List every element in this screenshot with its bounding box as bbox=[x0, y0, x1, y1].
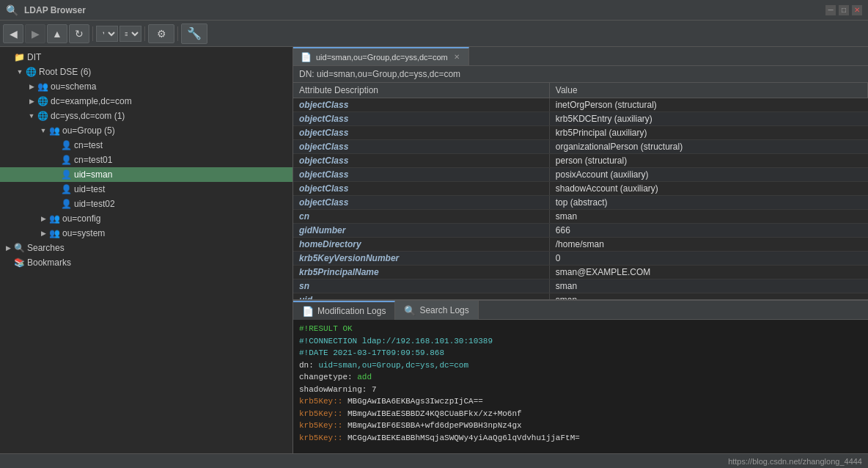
tree-arrow: ▶ bbox=[26, 98, 37, 105]
log-line: krb5Key:: MCGgAwIBEKEaBBhMSqjaSWQWy4yiAa… bbox=[299, 432, 862, 445]
table-row[interactable]: objectClass krb5Principal (auxiliary) bbox=[293, 126, 868, 140]
tree-item-uidsman[interactable]: 👤 uid=sman bbox=[0, 167, 293, 182]
toolbar-large-btn[interactable]: 🔧 bbox=[181, 23, 207, 44]
table-row[interactable]: objectClass krb5KDCEntry (auxiliary) bbox=[293, 112, 868, 126]
tree-item-schema[interactable]: ▶ 👥 ou=schema bbox=[0, 79, 293, 94]
tree-item-cntest[interactable]: 👤 cn=test bbox=[0, 138, 293, 153]
tree-item-dcyss[interactable]: ▼ 🌐 dc=yss,dc=com (1) bbox=[0, 109, 293, 123]
log-tab-mod-logs[interactable]: 📄 Modification Logs bbox=[293, 301, 395, 320]
table-row[interactable]: krb5KeyVersionNumber 0 bbox=[293, 252, 868, 266]
toolbar-combo-2[interactable]: ≡ bbox=[119, 26, 141, 42]
attr-value: /home/sman bbox=[549, 238, 867, 252]
table-row[interactable]: gidNumber 666 bbox=[293, 224, 868, 238]
log-dn-value: uid=sman,ou=Group,dc=yss,dc=com bbox=[318, 361, 468, 370]
log-content[interactable]: #!RESULT OK#!CONNECTION ldap://192.168.1… bbox=[293, 320, 868, 453]
tree-label: uid=sman bbox=[74, 169, 112, 180]
tree-label: dc=example,dc=com bbox=[51, 96, 132, 106]
main-area: 📁 DIT ▼ 🌐 Root DSE (6) ▶ 👥 ou=schema ▶ 🌐… bbox=[0, 47, 868, 453]
log-tab-search-logs[interactable]: 🔍 Search Logs bbox=[395, 301, 478, 320]
tree-label: uid=test02 bbox=[74, 199, 115, 209]
attr-value: person (structural) bbox=[549, 154, 867, 168]
status-text: https://blog.csdn.net/zhanglong_4444 bbox=[728, 457, 862, 466]
attr-name: objectClass bbox=[293, 154, 549, 168]
tree-label: cn=test01 bbox=[74, 155, 112, 165]
entry-tab[interactable]: 📄 uid=sman,ou=Group,dc=yss,dc=com ✕ bbox=[293, 47, 469, 65]
attributes-table-area[interactable]: Attribute Description Value objectClass … bbox=[293, 83, 868, 299]
toolbar: ◀ ▶ ▲ ↻ ▼ ≡ ⚙ 🔧 bbox=[0, 21, 868, 47]
tree-item-ouconfig[interactable]: ▶ 👥 ou=config bbox=[0, 211, 293, 226]
tree-item-dit[interactable]: 📁 DIT bbox=[0, 50, 293, 65]
tree-arrow: ▶ bbox=[3, 244, 13, 252]
tree-item-uidtest02[interactable]: 👤 uid=test02 bbox=[0, 197, 293, 211]
tree-icon-cn: 👤 bbox=[60, 139, 72, 151]
right-panel: 📄 uid=sman,ou=Group,dc=yss,dc=com ✕ DN: … bbox=[293, 47, 868, 453]
table-row[interactable]: sn sman bbox=[293, 279, 868, 293]
refresh-button[interactable]: ↻ bbox=[69, 24, 89, 43]
toolbar-combo-1[interactable]: ▼ bbox=[96, 26, 118, 42]
table-row[interactable]: objectClass inetOrgPerson (structural) bbox=[293, 98, 868, 112]
bottom-panel: 📄 Modification Logs 🔍 Search Logs #!RESU… bbox=[293, 299, 868, 453]
tree-arrow: ▼ bbox=[15, 68, 25, 76]
toolbar-btn-3[interactable]: ⚙ bbox=[148, 24, 174, 43]
log-line: shadowWarning: 7 bbox=[299, 384, 862, 396]
table-row[interactable]: homeDirectory /home/sman bbox=[293, 238, 868, 252]
log-line: #!RESULT OK bbox=[299, 323, 862, 335]
tree-label: Bookmarks bbox=[27, 257, 71, 268]
attr-value: 0 bbox=[549, 252, 867, 266]
tab-close-button[interactable]: ✕ bbox=[452, 53, 461, 61]
log-tabs: 📄 Modification Logs 🔍 Search Logs bbox=[293, 301, 868, 320]
attr-value: inetOrgPerson (structural) bbox=[549, 98, 867, 112]
tree-icon-ou: 👥 bbox=[48, 125, 60, 136]
attr-value: 666 bbox=[549, 224, 867, 238]
log-line: krb5Key:: MBmgAwIBEaESBBDZ4KQ8CUaBFkx/xz… bbox=[299, 408, 862, 420]
tree-item-bookmarks[interactable]: 📚 Bookmarks bbox=[0, 255, 293, 270]
tree-icon-dc: 🌐 bbox=[37, 110, 48, 122]
attr-name: objectClass bbox=[293, 140, 549, 154]
log-line: #!CONNECTION ldap://192.168.101.30:10389 bbox=[299, 335, 862, 348]
attr-value: krb5Principal (auxiliary) bbox=[549, 126, 867, 140]
log-line: changetype: add bbox=[299, 371, 862, 384]
attr-value: shadowAccount (auxiliary) bbox=[549, 182, 867, 196]
table-row[interactable]: objectClass shadowAccount (auxiliary) bbox=[293, 182, 868, 196]
up-button[interactable]: ▲ bbox=[47, 24, 67, 43]
log-tab-icon: 📄 bbox=[302, 306, 314, 317]
back-button[interactable]: ◀ bbox=[3, 24, 23, 43]
restore-button[interactable]: □ bbox=[839, 5, 849, 15]
tree-item-searches[interactable]: ▶ 🔍 Searches bbox=[0, 241, 293, 255]
col-header-attr: Attribute Description bbox=[293, 83, 549, 98]
table-row[interactable]: krb5PrincipalName sman@EXAMPLE.COM bbox=[293, 266, 868, 279]
log-key-value: MBGgAwIBA6EKBAgs3IwczpIjCA== bbox=[347, 397, 483, 406]
forward-button[interactable]: ▶ bbox=[25, 24, 45, 43]
log-tab-icon: 🔍 bbox=[404, 305, 416, 316]
tree-label: cn=test bbox=[74, 140, 103, 150]
log-line: krb5Key:: MBmgAwIBF6ESBBA+wfd6dpePW9BH3n… bbox=[299, 420, 862, 432]
minimize-button[interactable]: ─ bbox=[825, 5, 836, 15]
tree-item-ougroup[interactable]: ▼ 👥 ou=Group (5) bbox=[0, 123, 293, 138]
tree-icon-uid: 👤 bbox=[60, 183, 72, 195]
log-key-value: MCGgAwIBEKEaBBhMSqjaSWQWy4yiAaQg6lqVdvhu… bbox=[347, 434, 580, 442]
attr-name: objectClass bbox=[293, 112, 549, 126]
log-ct-value: add bbox=[357, 373, 372, 381]
table-row[interactable]: objectClass person (structural) bbox=[293, 154, 868, 168]
tree-item-cntest01[interactable]: 👤 cn=test01 bbox=[0, 153, 293, 167]
table-row[interactable]: objectClass posixAccount (auxiliary) bbox=[293, 168, 868, 182]
close-button[interactable]: ✕ bbox=[852, 5, 862, 15]
tree-arrow: ▶ bbox=[38, 230, 48, 237]
table-row[interactable]: uid sman bbox=[293, 293, 868, 300]
log-key-value: MBmgAwIBF6ESBBA+wfd6dpePW9BH3npNz4gx bbox=[347, 421, 522, 430]
tree-icon-bookmarks: 📚 bbox=[13, 257, 25, 268]
table-row[interactable]: cn sman bbox=[293, 210, 868, 224]
table-row[interactable]: objectClass organizationalPerson (struct… bbox=[293, 140, 868, 154]
table-row[interactable]: objectClass top (abstract) bbox=[293, 196, 868, 210]
attr-name: objectClass bbox=[293, 168, 549, 182]
tree-item-uidtest[interactable]: 👤 uid=test bbox=[0, 182, 293, 197]
log-key-value: MBmgAwIBEaESBBDZ4KQ8CUaBFkx/xz+Mo6nf bbox=[347, 409, 522, 418]
tree-area[interactable]: 📁 DIT ▼ 🌐 Root DSE (6) ▶ 👥 ou=schema ▶ 🌐… bbox=[0, 47, 293, 453]
tree-item-rootdse[interactable]: ▼ 🌐 Root DSE (6) bbox=[0, 65, 293, 79]
tab-icon: 📄 bbox=[301, 52, 312, 62]
tree-item-ousystem[interactable]: ▶ 👥 ou=system bbox=[0, 226, 293, 241]
log-ct-prefix: changetype: bbox=[299, 373, 357, 381]
tree-icon-ou: 👥 bbox=[37, 81, 48, 92]
tree-item-dcexample[interactable]: ▶ 🌐 dc=example,dc=com bbox=[0, 94, 293, 109]
toolbar-sep-1 bbox=[92, 26, 93, 41]
